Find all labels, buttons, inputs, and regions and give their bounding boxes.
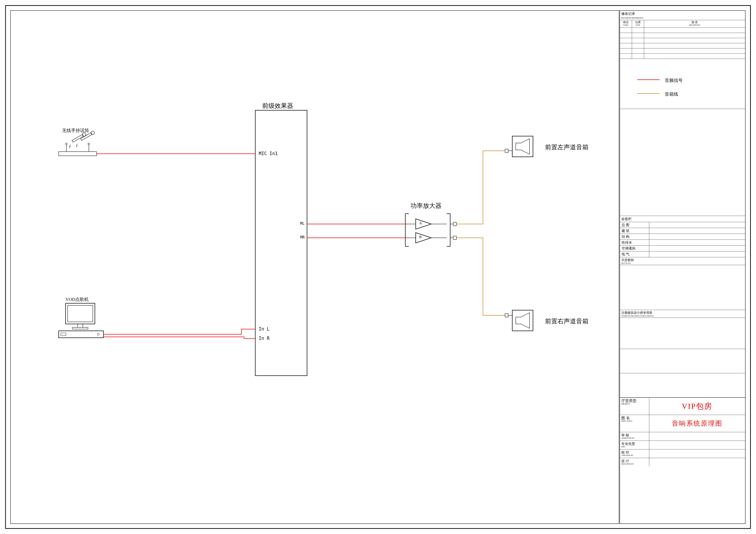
revision-title-en: REVISION REFERENCE: [620, 17, 745, 20]
mic-in1-label: MIC In1: [259, 151, 278, 156]
svg-rect-15: [61, 333, 66, 336]
speaker-left-label: 前置左声道音箱: [545, 143, 588, 151]
sig-label: 总 图: [620, 222, 649, 228]
bottom-row-label: 校 对: [621, 450, 648, 454]
svg-rect-25: [512, 136, 533, 157]
speaker-right-label: 前置右声道音箱: [545, 317, 588, 325]
rev-c1-en: MARK: [623, 24, 628, 26]
plan-header: 示意图例: [621, 258, 744, 262]
svg-rect-1: [59, 152, 96, 156]
signature-header: 会签栏: [620, 216, 745, 222]
svg-rect-6: [72, 134, 84, 142]
svg-rect-11: [68, 305, 93, 322]
bottom-row-label: 专业负责: [621, 442, 648, 445]
svg-point-16: [97, 333, 99, 335]
amp-b-label: B: [419, 235, 422, 239]
drawing-value: 音响系统原理图: [672, 419, 722, 428]
sig-label: 建 筑: [620, 228, 649, 234]
legend-speaker-text: 音箱线: [665, 91, 678, 97]
processor-title: 前级效果器: [262, 102, 293, 110]
svg-rect-12: [78, 324, 83, 327]
svg-rect-21: [453, 222, 456, 226]
in-r-label: In R: [259, 336, 270, 341]
hall-label-en: PROJECT: [621, 403, 648, 405]
plan-header-en: KEY PLAN: [621, 262, 744, 264]
vod-label: VOD点歌机: [66, 296, 89, 302]
mr-label: MR: [300, 235, 305, 239]
svg-rect-10: [66, 303, 95, 324]
bottom-row-label-en: APPROVED BY: [621, 437, 648, 439]
amp-title: 功率放大器: [411, 202, 442, 210]
svg-point-4: [66, 143, 67, 145]
legend-audio-text: 音频信号: [665, 77, 683, 83]
legend-speaker-line: [637, 93, 660, 94]
legend-audio-line: [637, 79, 660, 80]
rev-c2: 位置: [635, 20, 641, 24]
drawing-label-en: DWG TITLE: [621, 420, 648, 422]
stamp-header-en: STAMP OF ARCHITECTURAL DESIGN: [621, 315, 744, 317]
title-block: 修改记录 REVISION REFERENCE 标志 MARK 位置 ZONE …: [620, 10, 745, 524]
amp-a-label: A: [419, 221, 422, 225]
hall-value: VIP包房: [682, 401, 713, 411]
bottom-row-label: 设 计: [621, 459, 648, 463]
svg-rect-28: [512, 310, 533, 331]
svg-point-5: [88, 143, 90, 145]
svg-point-9: [90, 130, 95, 135]
sig-label: 结 构: [620, 234, 649, 240]
mic-label: 无线手持话筒: [62, 128, 89, 134]
rev-c2-en: ZONE: [635, 24, 640, 26]
svg-rect-8: [81, 133, 92, 140]
sig-label: 给排水: [620, 240, 649, 245]
bottom-row-label-en: DISC: [621, 445, 648, 448]
sig-label: 空调通风: [620, 245, 649, 251]
rev-c3: 描 述: [691, 20, 698, 24]
bottom-row-label: 审 核: [621, 433, 648, 437]
svg-rect-23: [453, 236, 456, 240]
rev-c3-en: DESCRIPTION: [689, 24, 700, 26]
sig-label: 电 气: [620, 251, 649, 257]
svg-rect-29: [505, 314, 508, 317]
ml-label: ML: [300, 221, 305, 226]
revision-title: 修改记录: [620, 11, 745, 17]
stamp-header: 注册建筑设计师专用章: [621, 311, 744, 315]
rev-c1: 标志: [623, 20, 629, 24]
bottom-row-label-en: CHECKED BY: [621, 454, 648, 456]
svg-rect-13: [72, 327, 88, 329]
svg-rect-26: [505, 149, 508, 152]
svg-rect-14: [59, 331, 103, 338]
in-l-label: In L: [259, 326, 270, 332]
bottom-row-label-en: DESIGNED BY: [621, 463, 648, 465]
drawing-label: 图 名: [621, 416, 648, 420]
hall-label: 厅堂类型: [621, 399, 648, 403]
